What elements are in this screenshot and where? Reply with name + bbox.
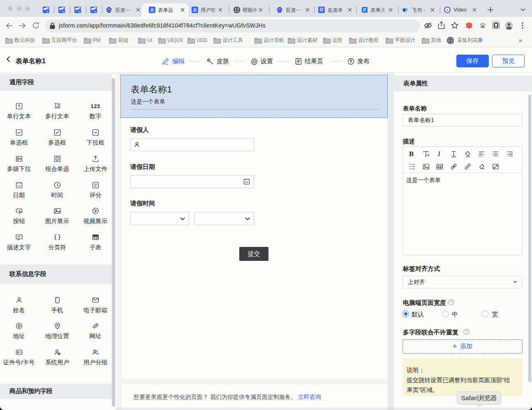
svg-text:123: 123 [91,103,100,109]
svg-text:du: du [108,10,110,12]
svg-text:du: du [278,10,281,12]
